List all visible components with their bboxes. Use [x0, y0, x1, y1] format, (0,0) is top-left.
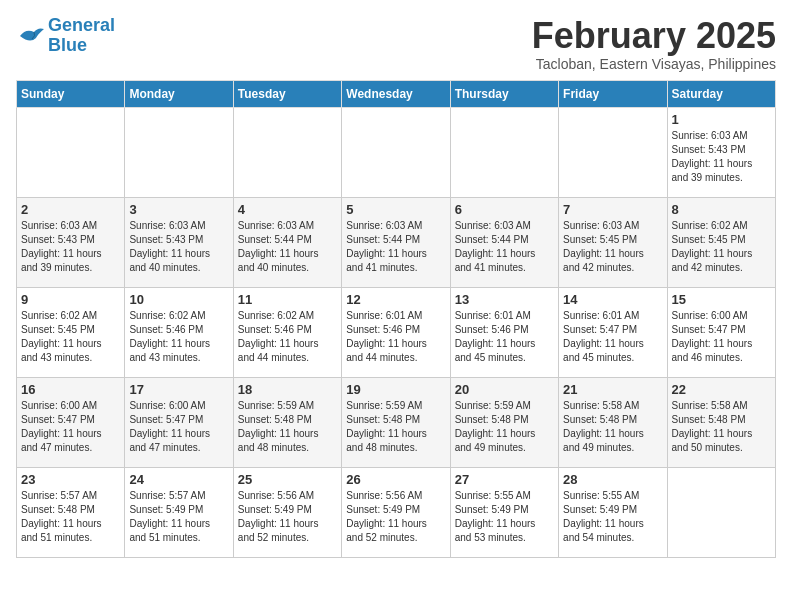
calendar-day-cell: 25Sunrise: 5:56 AM Sunset: 5:49 PM Dayli… [233, 467, 341, 557]
day-info: Sunrise: 6:03 AM Sunset: 5:45 PM Dayligh… [563, 219, 662, 275]
day-number: 28 [563, 472, 662, 487]
day-info: Sunrise: 6:02 AM Sunset: 5:46 PM Dayligh… [129, 309, 228, 365]
calendar-day-cell [233, 107, 341, 197]
day-info: Sunrise: 5:59 AM Sunset: 5:48 PM Dayligh… [455, 399, 554, 455]
calendar-day-cell: 15Sunrise: 6:00 AM Sunset: 5:47 PM Dayli… [667, 287, 775, 377]
calendar-day-cell: 2Sunrise: 6:03 AM Sunset: 5:43 PM Daylig… [17, 197, 125, 287]
day-number: 24 [129, 472, 228, 487]
calendar-week-row: 23Sunrise: 5:57 AM Sunset: 5:48 PM Dayli… [17, 467, 776, 557]
day-number: 22 [672, 382, 771, 397]
day-info: Sunrise: 6:03 AM Sunset: 5:44 PM Dayligh… [346, 219, 445, 275]
logo-text: General Blue [48, 16, 115, 56]
day-info: Sunrise: 6:03 AM Sunset: 5:44 PM Dayligh… [238, 219, 337, 275]
day-info: Sunrise: 5:55 AM Sunset: 5:49 PM Dayligh… [455, 489, 554, 545]
calendar-day-cell: 20Sunrise: 5:59 AM Sunset: 5:48 PM Dayli… [450, 377, 558, 467]
day-info: Sunrise: 5:57 AM Sunset: 5:48 PM Dayligh… [21, 489, 120, 545]
calendar-day-cell [342, 107, 450, 197]
day-number: 10 [129, 292, 228, 307]
day-number: 14 [563, 292, 662, 307]
day-number: 5 [346, 202, 445, 217]
day-number: 13 [455, 292, 554, 307]
calendar-day-cell: 3Sunrise: 6:03 AM Sunset: 5:43 PM Daylig… [125, 197, 233, 287]
day-number: 16 [21, 382, 120, 397]
calendar-day-cell: 24Sunrise: 5:57 AM Sunset: 5:49 PM Dayli… [125, 467, 233, 557]
day-number: 17 [129, 382, 228, 397]
calendar-body: 1Sunrise: 6:03 AM Sunset: 5:43 PM Daylig… [17, 107, 776, 557]
calendar-week-row: 2Sunrise: 6:03 AM Sunset: 5:43 PM Daylig… [17, 197, 776, 287]
weekday-header: Tuesday [233, 80, 341, 107]
calendar-day-cell: 6Sunrise: 6:03 AM Sunset: 5:44 PM Daylig… [450, 197, 558, 287]
day-number: 26 [346, 472, 445, 487]
day-number: 20 [455, 382, 554, 397]
month-title: February 2025 [532, 16, 776, 56]
calendar-day-cell: 8Sunrise: 6:02 AM Sunset: 5:45 PM Daylig… [667, 197, 775, 287]
weekday-header: Saturday [667, 80, 775, 107]
calendar-day-cell: 13Sunrise: 6:01 AM Sunset: 5:46 PM Dayli… [450, 287, 558, 377]
calendar-day-cell: 1Sunrise: 6:03 AM Sunset: 5:43 PM Daylig… [667, 107, 775, 197]
day-number: 7 [563, 202, 662, 217]
day-info: Sunrise: 6:00 AM Sunset: 5:47 PM Dayligh… [129, 399, 228, 455]
calendar-day-cell [125, 107, 233, 197]
day-info: Sunrise: 5:55 AM Sunset: 5:49 PM Dayligh… [563, 489, 662, 545]
day-info: Sunrise: 5:59 AM Sunset: 5:48 PM Dayligh… [238, 399, 337, 455]
calendar-day-cell: 23Sunrise: 5:57 AM Sunset: 5:48 PM Dayli… [17, 467, 125, 557]
calendar-day-cell [17, 107, 125, 197]
calendar-day-cell [450, 107, 558, 197]
day-info: Sunrise: 6:01 AM Sunset: 5:46 PM Dayligh… [455, 309, 554, 365]
day-info: Sunrise: 6:02 AM Sunset: 5:45 PM Dayligh… [21, 309, 120, 365]
day-number: 3 [129, 202, 228, 217]
day-info: Sunrise: 5:59 AM Sunset: 5:48 PM Dayligh… [346, 399, 445, 455]
day-number: 9 [21, 292, 120, 307]
day-number: 6 [455, 202, 554, 217]
calendar-day-cell: 9Sunrise: 6:02 AM Sunset: 5:45 PM Daylig… [17, 287, 125, 377]
calendar-day-cell: 17Sunrise: 6:00 AM Sunset: 5:47 PM Dayli… [125, 377, 233, 467]
day-number: 18 [238, 382, 337, 397]
calendar-day-cell: 5Sunrise: 6:03 AM Sunset: 5:44 PM Daylig… [342, 197, 450, 287]
day-number: 19 [346, 382, 445, 397]
day-info: Sunrise: 6:00 AM Sunset: 5:47 PM Dayligh… [672, 309, 771, 365]
day-info: Sunrise: 6:03 AM Sunset: 5:43 PM Dayligh… [672, 129, 771, 185]
day-number: 27 [455, 472, 554, 487]
day-number: 23 [21, 472, 120, 487]
day-number: 15 [672, 292, 771, 307]
calendar-day-cell: 14Sunrise: 6:01 AM Sunset: 5:47 PM Dayli… [559, 287, 667, 377]
day-info: Sunrise: 6:03 AM Sunset: 5:44 PM Dayligh… [455, 219, 554, 275]
day-info: Sunrise: 5:56 AM Sunset: 5:49 PM Dayligh… [346, 489, 445, 545]
calendar-day-cell: 16Sunrise: 6:00 AM Sunset: 5:47 PM Dayli… [17, 377, 125, 467]
day-info: Sunrise: 6:00 AM Sunset: 5:47 PM Dayligh… [21, 399, 120, 455]
calendar-day-cell: 28Sunrise: 5:55 AM Sunset: 5:49 PM Dayli… [559, 467, 667, 557]
day-info: Sunrise: 5:58 AM Sunset: 5:48 PM Dayligh… [672, 399, 771, 455]
logo: General Blue [16, 16, 115, 56]
calendar-week-row: 16Sunrise: 6:00 AM Sunset: 5:47 PM Dayli… [17, 377, 776, 467]
calendar-day-cell: 7Sunrise: 6:03 AM Sunset: 5:45 PM Daylig… [559, 197, 667, 287]
day-number: 11 [238, 292, 337, 307]
day-info: Sunrise: 6:01 AM Sunset: 5:46 PM Dayligh… [346, 309, 445, 365]
day-number: 8 [672, 202, 771, 217]
page-header: General Blue February 2025 Tacloban, Eas… [16, 16, 776, 72]
day-info: Sunrise: 6:03 AM Sunset: 5:43 PM Dayligh… [129, 219, 228, 275]
calendar-day-cell: 12Sunrise: 6:01 AM Sunset: 5:46 PM Dayli… [342, 287, 450, 377]
calendar-day-cell: 4Sunrise: 6:03 AM Sunset: 5:44 PM Daylig… [233, 197, 341, 287]
calendar-day-cell: 26Sunrise: 5:56 AM Sunset: 5:49 PM Dayli… [342, 467, 450, 557]
calendar-day-cell: 18Sunrise: 5:59 AM Sunset: 5:48 PM Dayli… [233, 377, 341, 467]
weekday-header: Thursday [450, 80, 558, 107]
calendar-day-cell: 22Sunrise: 5:58 AM Sunset: 5:48 PM Dayli… [667, 377, 775, 467]
calendar-day-cell: 11Sunrise: 6:02 AM Sunset: 5:46 PM Dayli… [233, 287, 341, 377]
day-info: Sunrise: 5:57 AM Sunset: 5:49 PM Dayligh… [129, 489, 228, 545]
calendar-header-row: SundayMondayTuesdayWednesdayThursdayFrid… [17, 80, 776, 107]
weekday-header: Wednesday [342, 80, 450, 107]
logo-icon [16, 24, 44, 48]
calendar-day-cell: 19Sunrise: 5:59 AM Sunset: 5:48 PM Dayli… [342, 377, 450, 467]
weekday-header: Sunday [17, 80, 125, 107]
calendar-day-cell: 10Sunrise: 6:02 AM Sunset: 5:46 PM Dayli… [125, 287, 233, 377]
calendar-day-cell: 21Sunrise: 5:58 AM Sunset: 5:48 PM Dayli… [559, 377, 667, 467]
location-subtitle: Tacloban, Eastern Visayas, Philippines [532, 56, 776, 72]
calendar-day-cell [667, 467, 775, 557]
day-number: 1 [672, 112, 771, 127]
title-block: February 2025 Tacloban, Eastern Visayas,… [532, 16, 776, 72]
calendar-day-cell: 27Sunrise: 5:55 AM Sunset: 5:49 PM Dayli… [450, 467, 558, 557]
day-info: Sunrise: 5:56 AM Sunset: 5:49 PM Dayligh… [238, 489, 337, 545]
day-info: Sunrise: 6:01 AM Sunset: 5:47 PM Dayligh… [563, 309, 662, 365]
day-info: Sunrise: 6:03 AM Sunset: 5:43 PM Dayligh… [21, 219, 120, 275]
day-info: Sunrise: 6:02 AM Sunset: 5:45 PM Dayligh… [672, 219, 771, 275]
